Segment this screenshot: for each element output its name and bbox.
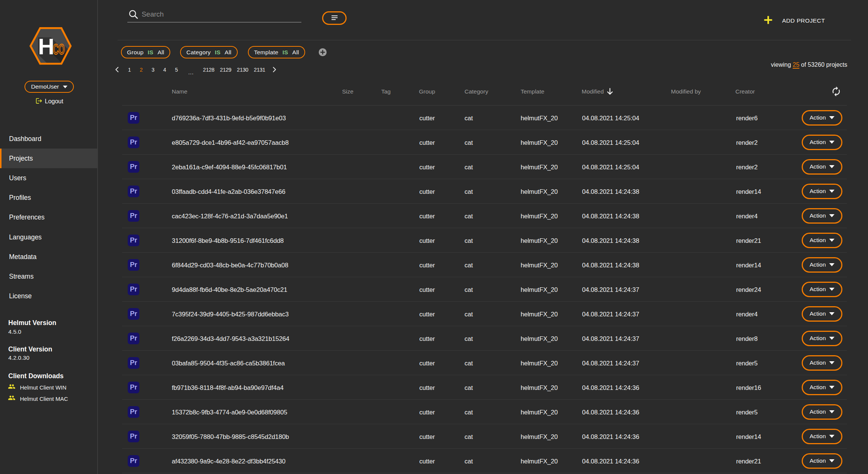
svg-text:CO: CO <box>53 41 65 57</box>
svg-text:H: H <box>38 34 54 59</box>
